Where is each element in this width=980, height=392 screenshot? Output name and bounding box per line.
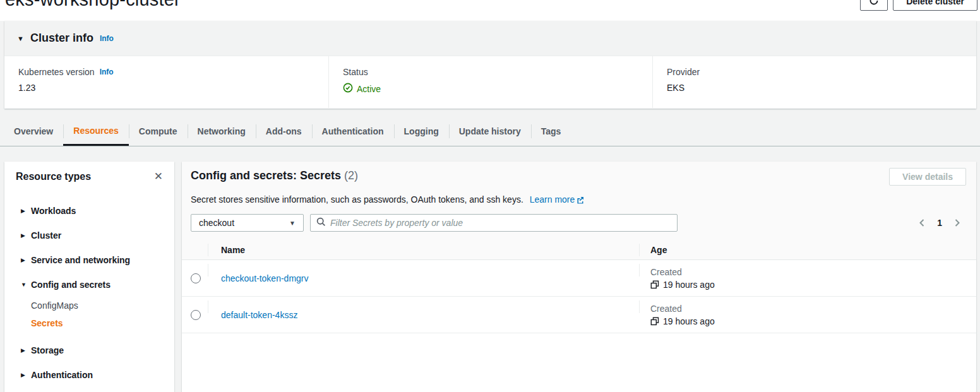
- secrets-panel-title: Config and secrets: Secrets (2): [191, 168, 358, 182]
- delete-cluster-button[interactable]: Delete cluster: [893, 0, 977, 11]
- caret-down-icon: ▼: [289, 220, 296, 227]
- cluster-info-link[interactable]: Info: [100, 34, 114, 43]
- age-value: 19 hours ago: [663, 280, 715, 290]
- status-label: Status: [343, 67, 652, 77]
- tree-item-cluster[interactable]: ▶ Cluster: [4, 223, 174, 247]
- copy-icon[interactable]: [650, 317, 659, 326]
- external-link-icon: [577, 196, 584, 206]
- filter-dropdown[interactable]: checkout ▼: [191, 214, 304, 232]
- search-icon: [316, 217, 326, 229]
- page-header: eks-workshop-cluster Delete cluster: [0, 0, 980, 21]
- search-box: [310, 214, 678, 232]
- tab-networking[interactable]: Networking: [188, 117, 256, 146]
- header-actions: Delete cluster: [860, 0, 977, 11]
- learn-more-link[interactable]: Learn more: [530, 194, 585, 205]
- age-created-label: Created: [650, 267, 715, 277]
- cluster-info-card: ▼ Cluster info Info Kubernetes version I…: [4, 21, 976, 109]
- secret-name-link[interactable]: checkout-token-dmgrv: [221, 273, 309, 283]
- refresh-button[interactable]: [860, 0, 888, 11]
- status-check-icon: [343, 83, 353, 95]
- secret-name-link[interactable]: default-token-4kssz: [221, 310, 297, 320]
- search-input[interactable]: [330, 218, 671, 228]
- tab-authentication[interactable]: Authentication: [312, 117, 394, 146]
- previous-page-icon[interactable]: [918, 218, 926, 227]
- column-header-name[interactable]: Name: [208, 240, 639, 259]
- view-details-button[interactable]: View details: [889, 168, 966, 186]
- tree-item-workloads[interactable]: ▶ Workloads: [4, 198, 174, 223]
- resource-types-title: Resource types: [16, 171, 91, 182]
- tree-item-configmaps[interactable]: ConfigMaps: [4, 297, 174, 314]
- resource-types-panel: Resource types ✕ ▶ Workloads ▶ Cluster ▶…: [4, 162, 174, 392]
- pagination: 1: [918, 218, 966, 228]
- chevron-down-icon: ▼: [21, 282, 31, 288]
- tab-add-ons[interactable]: Add-ons: [256, 117, 312, 146]
- refresh-icon: [869, 0, 879, 8]
- tab-overview[interactable]: Overview: [4, 117, 63, 146]
- tab-compute[interactable]: Compute: [129, 117, 188, 146]
- kubernetes-version-field: Kubernetes version Info 1.23: [4, 56, 328, 108]
- tab-resources[interactable]: Resources: [63, 117, 129, 146]
- next-page-icon[interactable]: [953, 218, 961, 227]
- current-page[interactable]: 1: [937, 218, 942, 228]
- row-radio-button[interactable]: [191, 310, 201, 320]
- kubernetes-version-label: Kubernetes version: [18, 67, 95, 77]
- kubernetes-version-value: 1.23: [18, 83, 328, 93]
- chevron-right-icon: ▶: [21, 232, 31, 239]
- provider-label: Provider: [667, 67, 976, 77]
- kubernetes-version-info-link[interactable]: Info: [100, 68, 114, 76]
- chevron-right-icon: ▶: [21, 372, 31, 378]
- secrets-panel-header: Config and secrets: Secrets (2) View det…: [182, 162, 976, 240]
- tree-item-service-and-networking[interactable]: ▶ Service and networking: [4, 247, 174, 272]
- cluster-info-title: Cluster info: [30, 32, 93, 45]
- age-created-label: Created: [650, 304, 715, 314]
- page-title: eks-workshop-cluster: [5, 0, 181, 10]
- chevron-right-icon: ▶: [21, 208, 31, 214]
- secrets-panel: Config and secrets: Secrets (2) View det…: [182, 162, 976, 392]
- secrets-description: Secret stores sensitive information, suc…: [191, 194, 966, 206]
- copy-icon[interactable]: [650, 280, 659, 289]
- tab-tags[interactable]: Tags: [531, 117, 571, 146]
- cluster-info-body: Kubernetes version Info 1.23 Status Acti…: [4, 56, 976, 108]
- tree-item-authorization[interactable]: ▶ Authorization: [4, 387, 174, 392]
- tree-item-storage[interactable]: ▶ Storage: [4, 338, 174, 362]
- tree-item-authentication[interactable]: ▶ Authentication: [4, 362, 174, 387]
- cluster-info-header[interactable]: ▼ Cluster info Info: [4, 21, 976, 56]
- age-value: 19 hours ago: [663, 316, 715, 326]
- row-radio-button[interactable]: [191, 273, 201, 283]
- secrets-count: (2): [344, 169, 358, 182]
- chevron-right-icon: ▶: [21, 257, 31, 263]
- status-field: Status Active: [328, 56, 652, 108]
- filter-dropdown-value: checkout: [199, 218, 234, 228]
- status-value: Active: [357, 84, 381, 94]
- provider-value: EKS: [667, 83, 976, 93]
- provider-field: Provider EKS: [652, 56, 976, 108]
- table-row: checkout-token-dmgrv Created 19 hours ag…: [182, 260, 976, 297]
- column-header-age[interactable]: Age: [639, 240, 976, 259]
- tab-update-history[interactable]: Update history: [449, 117, 531, 146]
- close-icon[interactable]: ✕: [153, 170, 164, 183]
- tree-item-secrets[interactable]: Secrets: [4, 314, 174, 332]
- collapse-caret-icon[interactable]: ▼: [17, 35, 24, 42]
- table-row: default-token-4kssz Created 19 hours ago: [182, 297, 976, 333]
- tab-logging[interactable]: Logging: [394, 117, 449, 146]
- chevron-right-icon: ▶: [21, 347, 31, 353]
- cluster-tabs: Overview Resources Compute Networking Ad…: [0, 117, 980, 146]
- table-header: Name Age: [182, 240, 976, 260]
- resource-types-tree: ▶ Workloads ▶ Cluster ▶ Service and netw…: [4, 198, 174, 392]
- tree-item-config-and-secrets[interactable]: ▼ Config and secrets: [4, 272, 174, 297]
